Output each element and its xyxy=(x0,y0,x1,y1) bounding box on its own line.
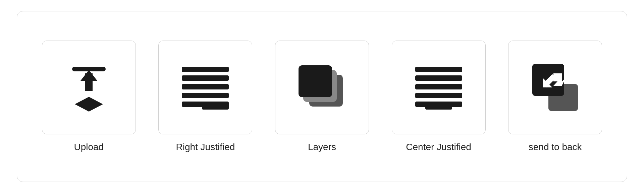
upload-icon-box[interactable] xyxy=(42,41,136,134)
icon-item-send-to-back: send to back xyxy=(497,41,613,152)
icons-row: Upload Right Justified xyxy=(31,41,613,152)
icon-item-layers: Layers xyxy=(264,41,380,152)
svg-rect-4 xyxy=(182,67,229,72)
layers-icon-box[interactable] xyxy=(275,41,369,134)
icon-item-upload: Upload xyxy=(31,41,147,152)
layers-label: Layers xyxy=(308,142,336,152)
svg-rect-14 xyxy=(415,75,462,81)
icon-item-right-justified: Right Justified xyxy=(147,41,264,152)
svg-rect-16 xyxy=(415,93,462,98)
svg-rect-15 xyxy=(415,84,462,89)
icon-item-center-justified: Center Justified xyxy=(380,41,497,152)
center-justified-icon-box[interactable] xyxy=(392,41,486,134)
svg-rect-13 xyxy=(415,67,462,72)
svg-rect-9 xyxy=(202,104,229,110)
send-to-back-svg xyxy=(528,61,582,114)
svg-marker-3 xyxy=(75,97,103,112)
svg-rect-5 xyxy=(182,75,229,81)
layers-svg xyxy=(295,61,349,114)
center-justified-label: Center Justified xyxy=(406,142,471,152)
right-justified-icon-box[interactable] xyxy=(158,41,252,134)
center-justified-svg xyxy=(412,61,466,114)
main-container: Upload Right Justified xyxy=(17,11,627,182)
svg-rect-12 xyxy=(299,65,332,97)
send-to-back-label: send to back xyxy=(529,142,582,152)
right-justified-svg xyxy=(178,61,232,114)
right-justified-label: Right Justified xyxy=(176,142,235,152)
svg-rect-7 xyxy=(182,93,229,98)
upload-label: Upload xyxy=(74,142,104,152)
svg-marker-2 xyxy=(80,70,97,81)
send-to-back-icon-box[interactable] xyxy=(508,41,602,134)
svg-rect-18 xyxy=(425,104,452,110)
upload-svg xyxy=(62,61,116,114)
svg-rect-6 xyxy=(182,84,229,89)
